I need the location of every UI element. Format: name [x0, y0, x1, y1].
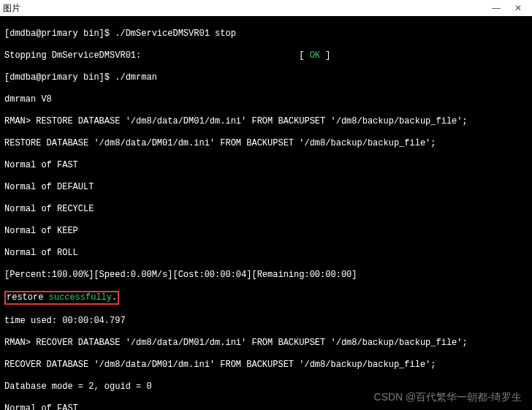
term-line: [Percent:100.00%][Speed:0.00M/s][Cost:00… [4, 270, 528, 281]
term-line: RECOVER DATABASE '/dm8/data/DM01/dm.ini'… [4, 360, 528, 371]
term-line: Normal of RECYCLE [4, 204, 528, 215]
term-line: RMAN> RESTORE DATABASE '/dm8/data/DM01/d… [4, 116, 528, 127]
term-line: Stopping DmServiceDMSVR01: [ OK ] [4, 50, 528, 61]
term-line: Normal of FAST [4, 160, 528, 171]
minimize-button[interactable]: — [485, 3, 507, 14]
window-titlebar: 图片 — ✕ [0, 0, 532, 16]
term-line: [dmdba@primary bin]$ ./DmServiceDMSVR01 … [4, 29, 528, 39]
term-line: time used: 00:00:04.797 [4, 316, 528, 327]
window-title: 图片 [3, 3, 485, 14]
term-line: Database mode = 2, oguid = 0 [4, 381, 528, 392]
status-ok: OK [310, 50, 320, 61]
term-line: Normal of KEEP [4, 226, 528, 237]
term-line: RMAN> RECOVER DATABASE '/dm8/data/DM01/d… [4, 338, 528, 349]
term-line: Normal of ROLL [4, 248, 528, 259]
term-line: dmrman V8 [4, 94, 528, 105]
term-line: [dmdba@primary bin]$ ./dmrman [4, 72, 528, 83]
term-line: Normal of DEFAULT [4, 182, 528, 193]
highlight-restore-success: restore successfully. [4, 291, 119, 305]
term-line: RESTORE DATABASE '/dm8/data/DM01/dm.ini'… [4, 138, 528, 149]
close-button[interactable]: ✕ [507, 3, 529, 14]
terminal-output: [dmdba@primary bin]$ ./DmServiceDMSVR01 … [0, 16, 532, 410]
term-line: restore successfully. [4, 292, 528, 305]
term-line: Normal of FAST [4, 403, 528, 410]
